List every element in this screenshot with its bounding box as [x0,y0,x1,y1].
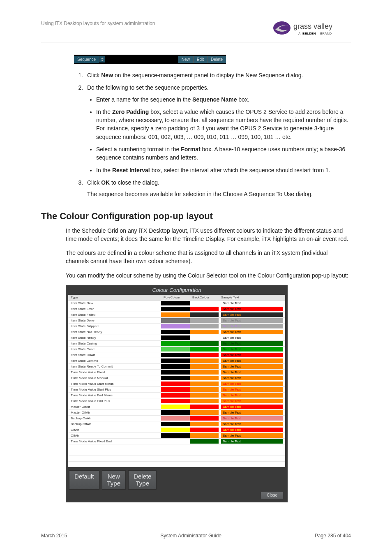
row-forecolour[interactable] [161,335,190,341]
table-row[interactable]: Time Mode Value End MinusSample Text [68,393,285,398]
row-forecolour[interactable] [161,318,190,324]
row-backcolour[interactable] [190,352,219,358]
table-row[interactable]: Item State OnAirSample Text [68,352,285,358]
delete-type-button[interactable]: Delete Type [128,470,157,490]
table-row[interactable]: Time Mode Value End PlusSample Text [68,398,285,404]
table-row[interactable]: Item State CuedSample Text [68,347,285,352]
row-forecolour[interactable] [161,370,190,375]
svg-text:A: A [298,32,301,35]
row-backcolour[interactable] [190,421,219,427]
row-backcolour[interactable] [190,404,219,410]
row-backcolour[interactable] [190,306,219,312]
table-row[interactable]: Item State CueingSample Text [68,341,285,347]
table-row[interactable]: Item State DoneSample Text [68,318,285,324]
row-forecolour[interactable] [161,398,190,404]
row-backcolour[interactable] [190,433,219,439]
row-forecolour[interactable] [161,301,190,306]
row-backcolour[interactable] [190,341,219,347]
row-type: Time Mode Value Fixed End [68,439,161,444]
row-forecolour[interactable] [161,347,190,352]
row-backcolour[interactable] [190,312,219,318]
col-sample[interactable]: Sample Text [219,295,285,301]
row-forecolour[interactable] [161,312,190,318]
row-backcolour[interactable] [190,387,219,393]
row-forecolour[interactable] [161,439,190,444]
row-forecolour[interactable] [161,375,190,381]
bullet-bold: Zero Padding [112,109,149,115]
sequence-edit-button[interactable]: Edit [193,56,207,63]
row-forecolour[interactable] [161,364,190,370]
row-backcolour[interactable] [190,381,219,387]
col-backcolour[interactable]: BackColour [190,295,219,301]
row-backcolour[interactable] [190,347,219,352]
sequence-new-button[interactable]: New [178,56,193,63]
row-forecolour[interactable] [161,393,190,398]
row-backcolour[interactable] [190,375,219,381]
table-row[interactable]: Item State ReadySample Text [68,335,285,341]
sequence-spinner[interactable] [99,56,105,62]
row-forecolour[interactable] [161,427,190,433]
row-backcolour[interactable] [190,416,219,421]
table-row[interactable]: OnAirSample Text [68,427,285,433]
bullet: In the Zero Padding box, select a value … [96,108,351,141]
row-forecolour[interactable] [161,416,190,421]
row-sample: Sample Text [219,347,285,352]
table-row[interactable]: Item State CommitSample Text [68,358,285,364]
table-row[interactable]: Item State FailedSample Text [68,312,285,318]
step-text: Do the following to set the sequence pro… [87,84,209,91]
row-backcolour[interactable] [190,358,219,364]
table-row[interactable]: Time Mode Value Fixed EndSample Text [68,439,285,444]
row-forecolour[interactable] [161,341,190,347]
footer-left: March 2015 [41,533,67,539]
table-row[interactable]: Item State NewSample Text [68,301,285,306]
table-row[interactable]: Item State Ready To CommitSample Text [68,364,285,370]
row-forecolour[interactable] [161,381,190,387]
row-forecolour[interactable] [161,352,190,358]
col-forecolour[interactable]: ForeColour [161,295,190,301]
col-type[interactable]: Type [68,295,161,301]
row-forecolour[interactable] [161,329,190,335]
row-forecolour[interactable] [161,387,190,393]
row-forecolour[interactable] [161,358,190,364]
bullet: Select a numbering format in the Format … [96,145,351,162]
row-backcolour[interactable] [190,318,219,324]
row-sample: Sample Text [219,352,285,358]
row-backcolour[interactable] [190,393,219,398]
table-row[interactable]: Item State Not ReadySample Text [68,329,285,335]
row-backcolour[interactable] [190,301,219,306]
row-forecolour[interactable] [161,306,190,312]
row-sample: Sample Text [219,364,285,370]
row-backcolour[interactable] [190,439,219,444]
row-forecolour[interactable] [161,433,190,439]
row-type: Master OffAir [68,410,161,416]
table-row[interactable]: Backup OnAirSample Text [68,416,285,421]
table-row[interactable]: OffAirSample Text [68,433,285,439]
default-button[interactable]: Default [69,470,99,490]
row-forecolour[interactable] [161,404,190,410]
row-backcolour[interactable] [190,324,219,329]
row-backcolour[interactable] [190,335,219,341]
row-backcolour[interactable] [190,398,219,404]
table-row[interactable]: Time Mode Value Start PlusSample Text [68,387,285,393]
row-backcolour[interactable] [190,370,219,375]
row-forecolour[interactable] [161,410,190,416]
row-backcolour[interactable] [190,329,219,335]
bullet-text: Enter a name for the sequence in the [96,96,192,103]
row-type: Time Mode Value Manual [68,375,161,381]
table-row[interactable]: Master OnAirSample Text [68,404,285,410]
new-type-button[interactable]: New Type [102,470,126,490]
table-row[interactable]: Item State SkippedSample Text [68,324,285,329]
row-backcolour[interactable] [190,410,219,416]
table-row[interactable]: Time Mode Value FixedSample Text [68,370,285,375]
table-row[interactable]: Backup OffAirSample Text [68,421,285,427]
close-button[interactable]: Close [261,491,284,499]
table-row[interactable]: Time Mode Value ManualSample Text [68,375,285,381]
sequence-delete-button[interactable]: Delete [207,56,226,63]
table-row[interactable]: Item State ErrorSample Text [68,306,285,312]
row-forecolour[interactable] [161,421,190,427]
table-row[interactable]: Time Mode Value Start MinusSample Text [68,381,285,387]
row-backcolour[interactable] [190,427,219,433]
row-forecolour[interactable] [161,324,190,329]
table-row[interactable]: Master OffAirSample Text [68,410,285,416]
row-backcolour[interactable] [190,364,219,370]
